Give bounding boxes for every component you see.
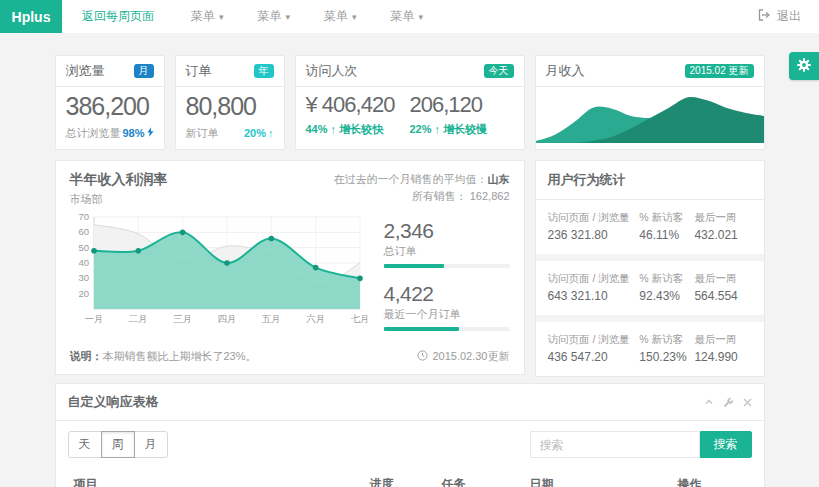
stat-cards-row: 浏览量 月 386,200 总计浏览量 98% 订单: [55, 55, 765, 150]
new-visitors-label: % 新访客: [639, 271, 694, 286]
svg-text:50: 50: [78, 241, 89, 252]
stat-title: 访问人次: [306, 62, 358, 80]
user-stats-row: 访问页面 / 浏览量 436 547.20 % 新访客 150.23% 最后一周…: [536, 322, 764, 376]
bolt-icon: [147, 127, 154, 139]
new-visitors-value: 150.23%: [639, 350, 694, 364]
stat-title: 浏览量: [66, 62, 105, 80]
svg-text:四月: 四月: [217, 313, 236, 324]
tab-week[interactable]: 周: [101, 431, 135, 458]
period-tabs: 天 周 月: [68, 431, 168, 458]
level-up-icon: ↑: [268, 127, 274, 139]
all-sales-label: 所有销售：: [412, 190, 467, 202]
last-week-label: 最后一周: [694, 332, 751, 347]
search-input[interactable]: [530, 431, 700, 458]
svg-text:60: 60: [78, 226, 89, 237]
stat-card-visits: 访问人次 今天 ¥ 406,420 44% ↑ 增长较快 206,120 22%…: [295, 55, 525, 150]
svg-text:20: 20: [78, 287, 89, 298]
profit-chart: 203040506070一月二月三月四月五月六月七月: [68, 211, 368, 327]
stat-value: 386,200: [66, 93, 154, 121]
logout-label: 退出: [777, 8, 801, 25]
col-header-date: 日期: [524, 469, 672, 487]
chevron-down-icon: ▾: [286, 12, 291, 22]
profit-panel: 半年收入利润率 市场部 在过去的一个月销售的平均值：山东 所有销售： 162,8…: [55, 160, 525, 375]
stat-metric: 98%: [122, 127, 144, 139]
stat-title: 月收入: [546, 62, 585, 80]
panel-subtitle: 市场部: [70, 192, 168, 207]
svg-text:40: 40: [78, 257, 89, 268]
all-sales-value: 162,862: [470, 190, 510, 202]
updated-timestamp: 2015.02.30更新: [432, 349, 509, 364]
stat-title: 订单: [186, 62, 212, 80]
chevron-down-icon: ▾: [352, 12, 357, 22]
svg-text:五月: 五月: [261, 313, 280, 324]
orders-total-bar-fill: [384, 264, 444, 268]
projects-table: 项目 进度 任务 日期 操作 米莫说 | MiMO Show: [68, 469, 752, 487]
orders-total-value: 2,346: [384, 219, 510, 243]
row-divider: [536, 254, 764, 261]
user-stats-title: 用户行为统计: [536, 161, 764, 200]
col-header-project: 项目: [68, 469, 364, 487]
footer-note: 本期销售额比上期增长了23%。: [103, 350, 257, 362]
tab-day[interactable]: 天: [68, 431, 102, 458]
stat-value: 80,800: [186, 93, 274, 121]
stat-card-pageviews: 浏览量 月 386,200 总计浏览量 98%: [55, 55, 165, 150]
svg-text:30: 30: [78, 272, 89, 283]
last-week-label: 最后一周: [694, 210, 751, 225]
nav-menu-2[interactable]: 菜单 ▾: [241, 8, 308, 25]
row-divider: [536, 315, 764, 322]
period-badge-month: 月: [134, 64, 154, 78]
visits-label: 访问页面 / 浏览量: [548, 210, 640, 225]
growth-note-fast: 44% ↑ 增长较快: [306, 122, 410, 137]
panel-title: 半年收入利润率: [70, 171, 168, 189]
visits-value: 643 321.10: [548, 289, 640, 303]
nav-menu-3[interactable]: 菜单 ▾: [307, 8, 374, 25]
monthly-income-chart: [536, 87, 764, 143]
orders-month-bar-fill: [384, 327, 460, 331]
stat-metric: 20%: [244, 127, 266, 139]
logout-button[interactable]: 退出: [758, 0, 819, 33]
close-icon[interactable]: [743, 398, 752, 407]
user-stats-row: 访问页面 / 浏览量 643 321.10 % 新访客 92.43% 最后一周 …: [536, 261, 764, 315]
new-visitors-value: 46.11%: [639, 228, 694, 242]
visits-label: 访问页面 / 浏览量: [548, 271, 640, 286]
svg-text:三月: 三月: [173, 313, 192, 324]
user-stats-row: 访问页面 / 浏览量 236 321.80 % 新访客 46.11% 最后一周 …: [536, 200, 764, 254]
table-panel-title: 自定义响应表格: [68, 393, 159, 411]
new-visitors-value: 92.43%: [639, 289, 694, 303]
gear-icon: [796, 57, 812, 76]
tab-month[interactable]: 月: [134, 431, 168, 458]
svg-text:70: 70: [78, 211, 89, 222]
visits-value: 436 547.20: [548, 350, 640, 364]
update-badge: 2015.02 更新: [685, 64, 754, 78]
theme-settings-button[interactable]: [789, 52, 819, 80]
wrench-icon[interactable]: [723, 397, 734, 408]
avg-sales-label: 在过去的一个月销售的平均值：: [334, 173, 488, 185]
period-badge-today: 今天: [484, 64, 514, 78]
col-header-action: 操作: [672, 469, 752, 487]
chevron-down-icon: ▾: [219, 12, 224, 22]
nav-menu-4[interactable]: 菜单 ▾: [374, 8, 441, 25]
nav-menu-1[interactable]: 菜单 ▾: [174, 8, 241, 25]
clock-icon: [417, 350, 428, 363]
last-week-value: 124.990: [694, 350, 751, 364]
visits-label: 访问页面 / 浏览量: [548, 332, 640, 347]
footer-note-label: 说明：: [70, 350, 103, 362]
search-button[interactable]: 搜索: [700, 431, 752, 458]
orders-month-value: 4,422: [384, 282, 510, 306]
last-week-value: 432.021: [694, 228, 751, 242]
svg-text:二月: 二月: [128, 313, 147, 324]
middle-row: 半年收入利润率 市场部 在过去的一个月销售的平均值：山东 所有销售： 162,8…: [55, 160, 765, 378]
responsive-table-panel: 自定义响应表格 天 周 月: [55, 383, 765, 487]
sign-out-icon: [758, 9, 771, 24]
visits-value: 236 321.80: [548, 228, 640, 242]
stat-value-revenue: ¥ 406,420: [306, 93, 410, 117]
col-header-task: 任务: [436, 469, 524, 487]
orders-total-label: 总订单: [384, 244, 510, 259]
svg-text:一月: 一月: [84, 313, 103, 324]
svg-text:六月: 六月: [306, 313, 325, 324]
orders-month-progressbar: [384, 327, 510, 331]
back-home-link[interactable]: 返回每周页面: [62, 8, 174, 25]
user-stats-panel: 用户行为统计 访问页面 / 浏览量 236 321.80 % 新访客 46.11…: [535, 160, 765, 378]
brand-logo[interactable]: Hplus: [0, 0, 62, 33]
collapse-icon[interactable]: [704, 397, 714, 407]
